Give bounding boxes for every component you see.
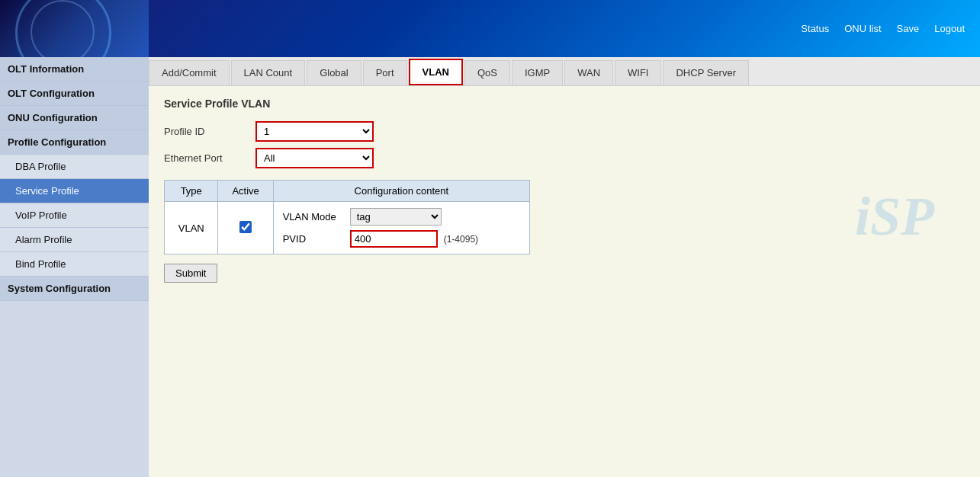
tab-global[interactable]: Global xyxy=(307,60,361,85)
sidebar-item-bind-profile[interactable]: Bind Profile xyxy=(0,252,149,277)
tab-port[interactable]: Port xyxy=(363,60,407,85)
save-link[interactable]: Save xyxy=(897,23,920,34)
profile-id-row: Profile ID 1 2 3 4 xyxy=(164,121,965,142)
tab-wifi[interactable]: WIFI xyxy=(615,60,661,85)
watermark: iSP xyxy=(855,185,934,248)
tab-igmp[interactable]: IGMP xyxy=(512,60,563,85)
tab-add-commit[interactable]: Add/Commit xyxy=(149,60,230,85)
tab-dhcp-server[interactable]: DHCP Server xyxy=(663,60,749,85)
profile-id-select[interactable]: 1 2 3 4 xyxy=(255,121,374,142)
ethernet-port-select[interactable]: All 1 2 3 4 xyxy=(255,148,374,168)
sidebar-item-olt-information[interactable]: OLT Information xyxy=(0,57,149,82)
pvid-row: PVID (1-4095) xyxy=(283,230,520,248)
main-content: Add/Commit LAN Count Global Port VLAN Qo… xyxy=(149,57,980,477)
cell-type: VLAN xyxy=(165,202,218,255)
vlan-mode-row: VLAN Mode tag transparent translate xyxy=(283,208,520,226)
tab-qos[interactable]: QoS xyxy=(464,60,510,85)
sidebar-item-alarm-profile[interactable]: Alarm Profile xyxy=(0,228,149,252)
sidebar-item-service-profile[interactable]: Service Profile xyxy=(0,179,149,203)
logout-link[interactable]: Logout xyxy=(934,23,965,34)
sidebar-item-system-configuration[interactable]: System Configuration xyxy=(0,277,149,301)
status-link[interactable]: Status xyxy=(801,23,829,34)
col-config: Configuration content xyxy=(273,181,529,202)
tab-lan-count[interactable]: LAN Count xyxy=(231,60,306,85)
vlan-config: VLAN Mode tag transparent translate PVID xyxy=(283,208,520,248)
header: Status ONU list Save Logout xyxy=(0,0,980,57)
sidebar-item-dba-profile[interactable]: DBA Profile xyxy=(0,155,149,179)
pvid-input[interactable] xyxy=(350,230,438,248)
sidebar-item-olt-configuration[interactable]: OLT Configuration xyxy=(0,82,149,106)
submit-button[interactable]: Submit xyxy=(164,264,217,283)
logo xyxy=(0,0,149,57)
config-table: Type Active Configuration content VLAN xyxy=(164,180,530,255)
active-checkbox[interactable] xyxy=(239,221,252,233)
col-type: Type xyxy=(165,181,218,202)
vlan-mode-label: VLAN Mode xyxy=(283,211,344,222)
header-nav: Status ONU list Save Logout xyxy=(801,23,965,34)
tab-wan[interactable]: WAN xyxy=(564,60,613,85)
sidebar-item-onu-configuration[interactable]: ONU Configuration xyxy=(0,106,149,130)
sidebar-item-voip-profile[interactable]: VoIP Profile xyxy=(0,203,149,228)
sidebar-item-profile-configuration[interactable]: Profile Configuration xyxy=(0,130,149,155)
cell-config: VLAN Mode tag transparent translate PVID xyxy=(273,202,529,255)
onu-list-link[interactable]: ONU list xyxy=(844,23,881,34)
vlan-mode-select[interactable]: tag transparent translate xyxy=(350,208,442,226)
tab-vlan[interactable]: VLAN xyxy=(409,59,463,85)
profile-id-label: Profile ID xyxy=(164,126,255,137)
ethernet-port-row: Ethernet Port All 1 2 3 4 xyxy=(164,148,965,168)
table-row: VLAN VLAN Mode tag transparent xyxy=(165,202,530,255)
sidebar: OLT Information OLT Configuration ONU Co… xyxy=(0,57,149,477)
page-title: Service Profile VLAN xyxy=(164,98,965,110)
pvid-hint: (1-4095) xyxy=(444,234,478,245)
ethernet-port-label: Ethernet Port xyxy=(164,152,255,164)
cell-active xyxy=(218,202,273,255)
tab-bar: Add/Commit LAN Count Global Port VLAN Qo… xyxy=(149,57,980,86)
col-active: Active xyxy=(218,181,273,202)
content-area: Service Profile VLAN Profile ID 1 2 3 4 … xyxy=(149,86,980,294)
layout: OLT Information OLT Configuration ONU Co… xyxy=(0,57,980,477)
pvid-label: PVID xyxy=(283,233,344,245)
